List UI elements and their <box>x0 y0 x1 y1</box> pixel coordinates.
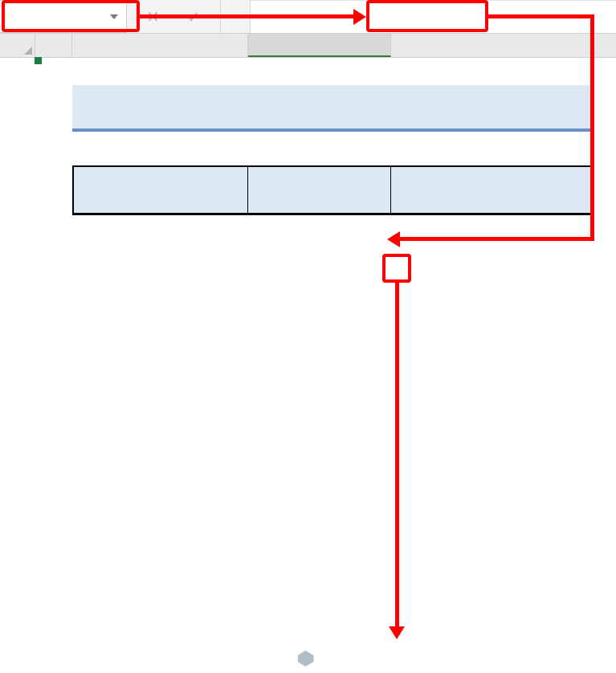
formula-bar-buttons: ✕ ✓ <box>127 0 221 33</box>
header-currency-format[interactable] <box>74 167 248 214</box>
active-cell-outline <box>35 58 40 63</box>
table-header-row <box>74 167 592 214</box>
data-table <box>72 165 594 215</box>
watermark <box>298 651 319 667</box>
spreadsheet-grid <box>0 58 616 673</box>
fill-handle[interactable] <box>35 57 42 64</box>
column-header-d[interactable] <box>391 34 594 57</box>
title-cell[interactable] <box>72 85 594 132</box>
insert-function-button[interactable] <box>221 0 251 33</box>
cells-area[interactable] <box>35 58 616 673</box>
name-box[interactable] <box>0 0 127 33</box>
formula-bar: ✕ ✓ <box>0 0 616 34</box>
column-header-a[interactable] <box>35 34 72 57</box>
formula-input[interactable] <box>251 0 616 33</box>
select-all-corner[interactable] <box>0 34 35 57</box>
column-header-b[interactable] <box>72 34 248 57</box>
header-currency-symbols[interactable] <box>391 167 592 214</box>
enter-icon[interactable]: ✓ <box>187 7 201 27</box>
column-header-c[interactable] <box>248 34 391 57</box>
header-get-currency[interactable] <box>248 167 391 214</box>
column-headers <box>0 34 616 58</box>
name-box-dropdown-icon[interactable] <box>110 14 118 19</box>
watermark-icon <box>298 651 314 667</box>
cancel-icon[interactable]: ✕ <box>146 7 160 27</box>
